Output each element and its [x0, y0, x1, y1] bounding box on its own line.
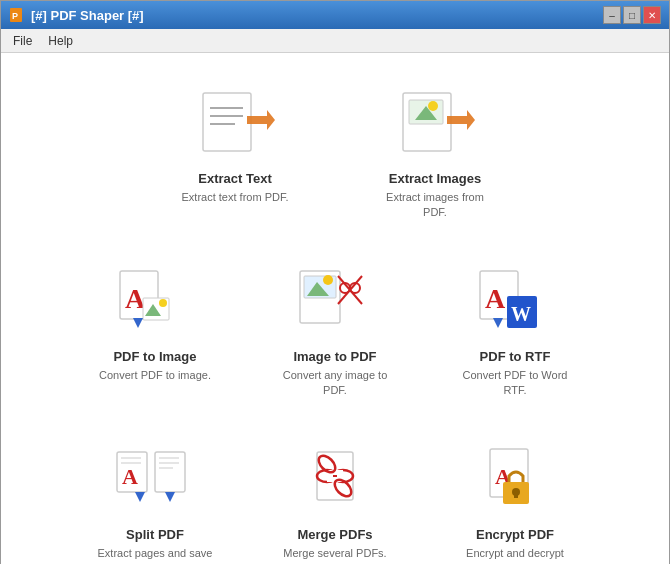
image-to-pdf-icon [295, 261, 375, 341]
encrypt-pdf-icon: A [475, 439, 555, 519]
svg-text:A: A [485, 283, 506, 314]
encrypt-pdf-desc: Encrypt and decrypt PDF. [455, 546, 575, 564]
image-to-pdf-desc: Convert any image to PDF. [275, 368, 395, 399]
pdf-to-rtf-icon: A W [475, 261, 555, 341]
main-content: Extract Text Extract text from PDF. [1, 53, 669, 564]
extract-images-name: Extract Images [389, 171, 482, 186]
merge-pdfs-name: Merge PDFs [297, 527, 372, 542]
svg-point-10 [428, 101, 438, 111]
pdf-to-image-desc: Convert PDF to image. [99, 368, 211, 383]
split-pdf-tool[interactable]: A Split PDF Extract p [85, 429, 225, 564]
menu-help[interactable]: Help [40, 31, 81, 51]
image-to-pdf-name: Image to PDF [293, 349, 376, 364]
split-pdf-icon: A [115, 439, 195, 519]
merge-pdfs-tool[interactable]: Merge PDFs Merge several PDFs. [265, 429, 405, 564]
svg-marker-17 [133, 318, 143, 328]
maximize-button[interactable]: □ [623, 6, 641, 24]
split-pdf-name: Split PDF [126, 527, 184, 542]
extract-images-desc: Extract images from PDF. [375, 190, 495, 221]
extract-text-icon [195, 83, 275, 163]
extract-text-name: Extract Text [198, 171, 271, 186]
merge-pdfs-icon [295, 439, 375, 519]
svg-text:P: P [12, 11, 18, 21]
encrypt-pdf-tool[interactable]: A Encrypt PDF Encrypt and decrypt PDF. [445, 429, 585, 564]
title-bar-left: P [#] PDF Shaper [#] [9, 7, 144, 23]
pdf-to-image-name: PDF to Image [113, 349, 196, 364]
middle-row: A PDF to Image Convert PDF to image. [85, 251, 585, 409]
pdf-to-image-tool[interactable]: A PDF to Image Convert PDF to image. [85, 251, 225, 409]
main-window: P [#] PDF Shaper [#] – □ ✕ File Help [0, 0, 670, 564]
title-bar: P [#] PDF Shaper [#] – □ ✕ [1, 1, 669, 29]
svg-marker-39 [135, 492, 145, 502]
minimize-button[interactable]: – [603, 6, 621, 24]
extract-text-tool[interactable]: Extract Text Extract text from PDF. [165, 73, 305, 231]
merge-pdfs-desc: Merge several PDFs. [283, 546, 386, 561]
svg-marker-30 [493, 318, 503, 328]
top-row: Extract Text Extract text from PDF. [165, 73, 505, 231]
svg-text:A: A [122, 464, 138, 489]
svg-rect-2 [203, 93, 251, 151]
svg-text:W: W [511, 303, 531, 325]
svg-rect-52 [514, 492, 518, 498]
encrypt-pdf-name: Encrypt PDF [476, 527, 554, 542]
split-pdf-desc: Extract pages and save as separate PDFs. [95, 546, 215, 564]
extract-images-icon [395, 83, 475, 163]
extract-images-tool[interactable]: Extract Images Extract images from PDF. [365, 73, 505, 231]
svg-point-16 [159, 299, 167, 307]
image-to-pdf-tool[interactable]: Image to PDF Convert any image to PDF. [265, 251, 405, 409]
menu-bar: File Help [1, 29, 669, 53]
pdf-to-rtf-tool[interactable]: A W PDF to RTF Convert PDF to Word RTF. [445, 251, 585, 409]
app-icon: P [9, 7, 25, 23]
svg-point-21 [323, 275, 333, 285]
menu-file[interactable]: File [5, 31, 40, 51]
title-controls: – □ ✕ [603, 6, 661, 24]
bottom-row: A Split PDF Extract p [85, 429, 585, 564]
close-button[interactable]: ✕ [643, 6, 661, 24]
window-title: [#] PDF Shaper [#] [31, 8, 144, 23]
pdf-to-rtf-desc: Convert PDF to Word RTF. [455, 368, 575, 399]
pdf-to-image-icon: A [115, 261, 195, 341]
svg-marker-40 [165, 492, 175, 502]
pdf-to-rtf-name: PDF to RTF [480, 349, 551, 364]
extract-text-desc: Extract text from PDF. [182, 190, 289, 205]
